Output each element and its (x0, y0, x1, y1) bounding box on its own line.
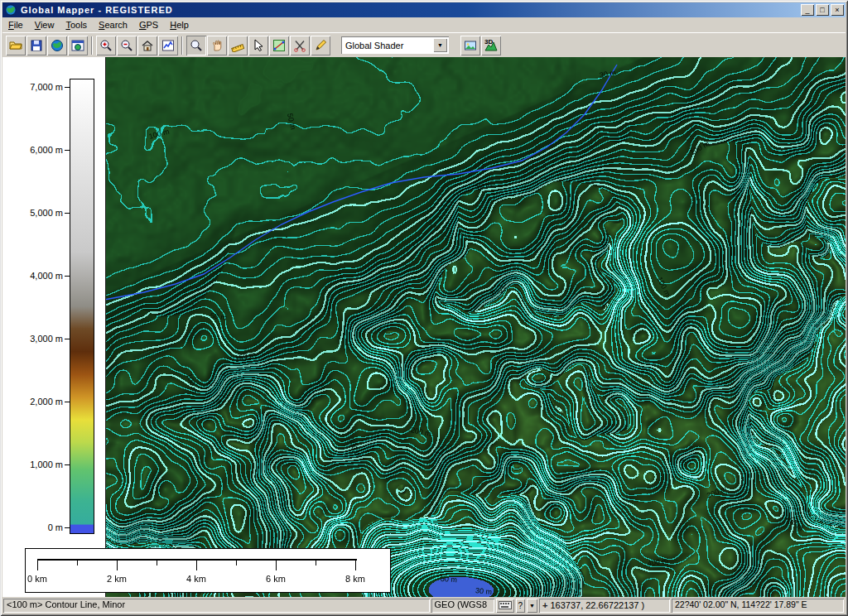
scale-label: 0 km (19, 574, 55, 584)
scale-label: 8 km (337, 574, 373, 584)
chevron-down-icon: ▼ (437, 42, 443, 48)
zoom-in-icon (99, 39, 113, 52)
legend-label: 6,000 m (30, 145, 63, 155)
restore-button[interactable]: □ (816, 4, 829, 16)
toolbar-separator (181, 36, 183, 55)
map-content: 30 m100 m50 m50 m100 m50 m150 m100 m300 … (2, 57, 846, 597)
full-extent-button[interactable] (137, 36, 157, 55)
status-feature: <100 m> Contour Line, Minor (3, 599, 430, 613)
floppy-icon (30, 39, 43, 52)
arrow-pointer-icon (252, 39, 265, 52)
shader-select[interactable]: Global Shader ▼ (341, 36, 449, 54)
status-projection: GEO (WGS8 (431, 599, 494, 613)
menu-help[interactable]: Help (164, 18, 195, 31)
scissors-icon (293, 39, 306, 52)
path-profile-icon (272, 39, 286, 52)
menu-view[interactable]: View (29, 18, 60, 31)
digitizer-tool-button[interactable] (311, 36, 330, 55)
window-controls: _ □ × (801, 4, 844, 16)
pointer-tool-button[interactable] (248, 36, 268, 55)
profile-chart-icon (161, 39, 175, 52)
open-folder-icon (9, 39, 22, 52)
pan-tool-button[interactable] (207, 36, 227, 55)
legend-labels: 7,000 m6,000 m5,000 m4,000 m3,000 m2,000… (2, 57, 66, 597)
scale-line (37, 559, 357, 561)
shader-dropdown-button[interactable]: ▼ (433, 38, 447, 52)
legend-label: 1,000 m (30, 460, 63, 469)
scale-tick (77, 559, 78, 565)
scale-tick (236, 559, 237, 565)
status-bar: <100 m> Contour Line, Minor GEO (WGS8 ? … (2, 597, 846, 614)
view-3d-button[interactable]: 3D (481, 36, 501, 55)
legend-label: 7,000 m (30, 82, 63, 92)
status-coordinates: + 163737, 22.66722137 ) (539, 599, 670, 613)
legend-gradient-bar (70, 79, 94, 534)
scale-bar: 0 km2 km4 km6 km8 km (25, 548, 391, 593)
keyboard-glyph-icon (499, 601, 512, 609)
scale-label: 6 km (258, 574, 294, 584)
crop-tool-button[interactable] (290, 36, 310, 55)
globe-logo-icon (5, 4, 17, 16)
menu-bar: FileViewToolsSearchGPSHelp (2, 17, 846, 32)
measure-tool-button[interactable] (228, 36, 248, 55)
hand-icon (210, 39, 224, 52)
scale-tick (37, 559, 38, 570)
toolbar-separator (91, 36, 93, 55)
scale-tick (276, 559, 277, 570)
open-file-button[interactable] (6, 36, 26, 55)
restore-icon: □ (820, 6, 824, 14)
toolbar: Global Shader ▼ 3D (2, 32, 846, 57)
path-profile-tool-button[interactable] (269, 36, 289, 55)
minimize-button[interactable]: _ (801, 4, 814, 16)
zoom-out-button[interactable] (117, 36, 137, 55)
ruler-icon (231, 39, 244, 52)
save-button[interactable] (26, 36, 46, 55)
close-icon: × (835, 6, 839, 14)
scale-tick (117, 559, 118, 570)
legend-label: 3,000 m (30, 334, 63, 344)
scale-tick (196, 559, 197, 570)
help-button[interactable]: ? (516, 599, 526, 613)
crosshair-icon: + (542, 599, 547, 612)
menu-search[interactable]: Search (93, 18, 133, 31)
status-dropdown-button[interactable]: ▼ (527, 599, 537, 613)
keyboard-icon[interactable] (496, 599, 514, 613)
scale-label: 2 km (99, 574, 135, 584)
app-icon (4, 3, 17, 17)
threed-label: 3D (484, 38, 493, 46)
title-bar[interactable]: Global Mapper - REGISTERED _ □ × (2, 2, 846, 17)
chevron-down-small-icon: ▼ (529, 603, 535, 609)
legend-label: 5,000 m (30, 208, 63, 218)
picture-icon (464, 39, 477, 52)
map-canvas[interactable] (2, 57, 846, 597)
load-online-data-button[interactable] (47, 36, 67, 55)
legend-label: 4,000 m (30, 271, 63, 281)
magnifier-icon (190, 39, 203, 52)
globe-window-icon (71, 39, 84, 52)
coordinates-text: 163737, 22.66722137 ) (550, 599, 644, 612)
pen-icon (314, 39, 327, 52)
scale-tick (316, 559, 316, 565)
zoom-tool-button[interactable] (186, 36, 206, 55)
zoom-out-icon (120, 39, 133, 52)
minimize-icon: _ (805, 6, 809, 14)
home-icon (141, 39, 154, 52)
menu-tools[interactable]: Tools (60, 18, 93, 31)
legend-label: 0 m (48, 522, 63, 532)
globe-icon (51, 39, 64, 52)
help-icon: ? (518, 601, 523, 610)
zoom-in-button[interactable] (96, 36, 116, 55)
scale-tick (355, 559, 356, 570)
overlay-control-button[interactable] (68, 36, 88, 55)
capture-screen-button[interactable] (460, 36, 480, 55)
elevation-legend: 7,000 m6,000 m5,000 m4,000 m3,000 m2,000… (2, 57, 106, 597)
scale-label: 4 km (178, 574, 214, 584)
menu-file[interactable]: File (2, 18, 29, 31)
scale-tick (157, 559, 157, 565)
profile-chart-button[interactable] (158, 36, 178, 55)
menu-gps[interactable]: GPS (133, 18, 164, 31)
close-button[interactable]: × (831, 4, 844, 16)
legend-label: 2,000 m (30, 397, 63, 407)
app-window: Global Mapper - REGISTERED _ □ × FileVie… (0, 0, 848, 616)
shader-value: Global Shader (345, 41, 403, 51)
